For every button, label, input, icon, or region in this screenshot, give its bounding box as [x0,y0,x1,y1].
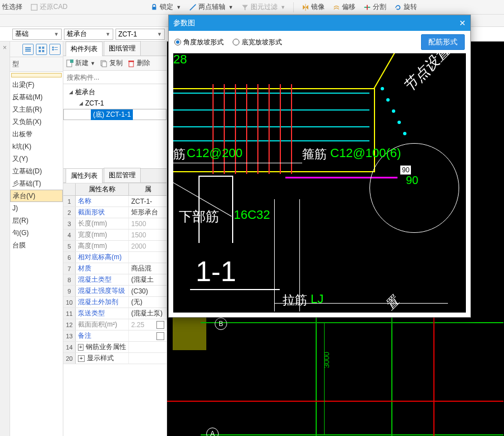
svg-rect-19 [102,62,107,67]
prop-row[interactable]: 7材质商品混 [63,263,167,274]
rotate-icon [394,3,402,11]
prop-row[interactable]: 10混凝土外加剂(无) [63,297,167,308]
tree-item[interactable]: ◢ZCT-1 [63,98,167,109]
view-list-icon[interactable] [22,44,34,55]
cad-line [173,93,369,94]
cad-line [173,109,369,111]
cad-text: 拉筋 [283,292,307,309]
cad-text: 筋 [173,146,186,163]
type-item[interactable]: 出板带 [10,128,63,140]
mirror-icon [302,3,309,11]
category-select[interactable]: 基础▼ [12,29,62,40]
type-item[interactable]: 台膜 [10,239,63,251]
new-button[interactable]: 新建▼ [66,58,95,68]
tab-layers[interactable]: 图层管理 [104,168,141,182]
type-item[interactable]: 反基础(M) [10,91,63,103]
cad-text: 16C32 [234,208,270,222]
node-a: A [206,428,219,436]
type-item[interactable]: k坑(K) [10,140,63,153]
tab-props[interactable]: 属性列表 [66,168,103,183]
prop-row[interactable]: 3长度(mm)1500 [63,218,167,230]
cad-line [316,311,317,436]
type-item[interactable]: 又负筋(X) [10,116,63,128]
svg-rect-11 [42,50,44,52]
type-item[interactable]: J) [10,202,63,214]
type-item[interactable]: 又(Y) [10,153,63,165]
svg-rect-21 [128,61,134,62]
search-input[interactable] [63,71,167,84]
node-b: B [215,318,227,330]
cad-section [232,176,233,243]
type-item[interactable]: 句(G) [10,227,63,239]
cad-text: 节点设置 [399,53,454,97]
type-item[interactable]: 层(R) [10,214,63,227]
col-header-value: 属 [129,183,167,195]
cad-section [198,176,233,177]
cad-line [173,163,302,163]
type-item[interactable] [11,73,62,77]
search-components[interactable] [63,71,167,84]
rotate-button[interactable]: 旋转 [394,2,417,12]
filter-button[interactable]: 图元过滤▼ [241,2,285,12]
svg-rect-13 [54,47,58,48]
delete-button[interactable]: 删除 [127,58,150,68]
mirror-button[interactable]: 镜像 [302,2,325,12]
mid-tools: 新建▼ 复制 删除 [63,56,167,71]
dialog-options: 角度放坡形式 底宽放坡形式 配筋形式 [169,31,470,53]
dialog-title-bar[interactable]: 参数图 ✕ [169,15,470,31]
prop-row[interactable]: 5高度(mm)2000 [63,241,167,252]
type-item[interactable]: 出梁(F) [10,79,63,91]
cad-text: 箍筋 [302,146,327,163]
types-list: 出梁(F) 反基础(M) 又主筋(R) 又负筋(X) 出板带 k坑(K) 又(Y… [10,72,63,436]
cad-axis [433,311,434,436]
view-grid-icon[interactable] [36,44,47,55]
radio-angle[interactable]: 角度放坡形式 [174,38,224,47]
type-item[interactable]: 又主筋(R) [10,103,63,116]
view-detail-icon[interactable] [49,44,61,55]
item-select[interactable]: ZCT-1▼ [115,29,165,40]
cad-text: C12@100(6) [330,146,401,160]
prop-row[interactable]: 20+显示样式 [63,353,167,364]
prop-row[interactable]: 6相对底标高(m) [63,252,167,263]
angle-input[interactable]: 90 [400,166,411,175]
tree-item[interactable]: ◢桩承台 [63,86,167,98]
split-button[interactable]: 分割 [363,2,386,12]
prop-row[interactable]: 4宽度(mm)1500 [63,230,167,241]
prop-row[interactable]: 9混凝土强度等级(C30) [63,286,167,297]
attr-select[interactable]: 性选择 [2,2,22,12]
component-tree: ◢桩承台 ◢ZCT-1 (底) ZCT-1-1 [63,84,167,168]
prop-row[interactable]: 2截面形状矩形承台 [63,207,167,218]
subcategory-select[interactable]: 桩承台▼ [64,29,113,40]
cad-line [173,126,369,127]
copy-button[interactable]: 复制 [100,58,123,68]
radio-width[interactable]: 底宽放坡形式 [233,38,282,47]
mid-panel: 构件列表 图纸管理 新建▼ 复制 删除 ◢桩承台 ◢ZCT-1 (底) ZCT-… [63,42,167,436]
prop-row[interactable]: 13备注 [63,331,167,342]
restore-cad[interactable]: 还原CAD [30,2,67,12]
prop-row[interactable]: 1名称ZCT-1- [63,196,167,207]
svg-rect-14 [52,49,54,51]
rebar-form-button[interactable]: 配筋形式 [421,34,465,50]
cad-rebar [246,84,247,174]
cad-axis [167,401,503,402]
prop-row[interactable]: 8混凝土类型(混凝土 [63,274,167,286]
tab-components[interactable]: 构件列表 [66,42,103,56]
offset-button[interactable]: 偏移 [332,2,355,12]
tab-drawings[interactable]: 图纸管理 [104,41,141,56]
type-item[interactable]: 承台(V) [10,190,63,202]
type-item[interactable]: 立基础(D) [10,165,63,177]
cad-line [190,289,280,290]
dim-text: 3000 [322,352,331,368]
close-icon[interactable]: ✕ [459,19,466,27]
dialog-canvas[interactable]: 90 90 28 筋 C12@200 箍筋 C12@100(6) 节点设置 置 … [173,53,466,313]
axis-icon [189,3,197,11]
cad-rebar [224,84,225,174]
lock-button[interactable]: 锁定▼ [150,2,181,12]
type-item[interactable]: 彡基础(T) [10,177,63,190]
prop-row[interactable]: 11泵送类型(混凝土泵) [63,308,167,319]
prop-row[interactable]: 14+钢筋业务属性 [63,342,167,353]
prop-row[interactable]: 12截面面积(m²)2.25 [63,319,167,331]
close-left-icon[interactable]: × [0,44,10,52]
tree-item[interactable]: (底) ZCT-1-1 [63,109,167,120]
two-point-aux[interactable]: 两点辅轴▼ [189,2,233,12]
